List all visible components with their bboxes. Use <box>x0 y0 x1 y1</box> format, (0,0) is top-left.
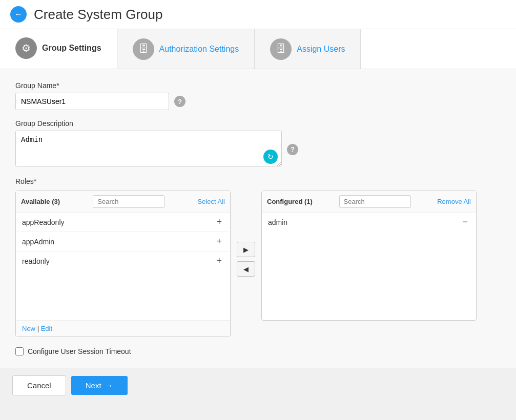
page-header: ← Create System Group <box>0 0 516 29</box>
list-item: readonly + <box>16 251 230 270</box>
group-name-row: ? <box>15 93 501 110</box>
list-item: admin − <box>262 213 476 232</box>
tab-group-settings-label: Group Settings <box>42 44 101 53</box>
footer-separator: | <box>37 325 41 332</box>
group-description-group: Group Description Admin ↻ ? <box>15 119 501 168</box>
role-name-appadmin: appAdmin <box>22 238 54 246</box>
textarea-wrap: Admin ↻ <box>15 131 282 168</box>
back-icon: ← <box>14 10 23 19</box>
select-all-button[interactable]: Select All <box>198 198 225 205</box>
configure-timeout-section: Configure User Session Timeout <box>15 347 501 355</box>
tab-assign-users[interactable]: 🗄 Assign Users <box>255 29 361 69</box>
next-arrow-icon: → <box>106 381 113 390</box>
roles-section: Roles* Available (3) Select All appReado… <box>15 177 501 337</box>
tab-assign-users-label: Assign Users <box>297 45 345 54</box>
available-roles-list: appReadonly + appAdmin + readonly + <box>16 213 230 320</box>
tab-group-settings[interactable]: ⚙ Group Settings <box>0 29 117 69</box>
configured-panel-title: Configured (1) <box>267 198 313 205</box>
tab-authorization-settings[interactable]: 🗄 Authorization Settings <box>117 29 255 69</box>
main-content: Group Name* ? Group Description Admin ↻ … <box>0 69 516 368</box>
transfer-left-button[interactable]: ◀ <box>237 261 255 277</box>
back-button[interactable]: ← <box>10 6 27 23</box>
add-readonly-button[interactable]: + <box>214 256 224 266</box>
role-name-admin: admin <box>268 218 287 226</box>
footer: Cancel Next → <box>0 368 516 403</box>
edit-role-button[interactable]: Edit <box>41 325 52 332</box>
available-search-input[interactable] <box>93 195 164 208</box>
remove-admin-button[interactable]: − <box>460 217 470 227</box>
available-panel: Available (3) Select All appReadonly + a… <box>15 191 231 337</box>
configured-panel-header: Configured (1) Remove All <box>262 191 476 213</box>
available-panel-header: Available (3) Select All <box>16 191 230 213</box>
page-title: Create System Group <box>34 7 162 23</box>
authorization-settings-icon: 🗄 <box>133 38 154 60</box>
roles-label: Roles* <box>15 177 501 185</box>
tabs-container: ⚙ Group Settings 🗄 Authorization Setting… <box>0 29 516 69</box>
group-description-label: Group Description <box>15 119 501 128</box>
configured-search-input[interactable] <box>339 195 411 208</box>
assign-users-icon: 🗄 <box>270 38 292 60</box>
new-role-button[interactable]: New <box>22 325 35 332</box>
next-label: Next <box>86 381 101 390</box>
remove-all-button[interactable]: Remove All <box>437 198 471 205</box>
available-panel-footer: New | Edit <box>16 320 230 337</box>
role-name-readonly: readonly <box>22 257 50 265</box>
cancel-button[interactable]: Cancel <box>12 375 66 395</box>
refresh-button[interactable]: ↻ <box>263 150 278 164</box>
next-button[interactable]: Next → <box>71 376 128 395</box>
group-description-help-icon[interactable]: ? <box>287 144 298 155</box>
configure-timeout-label: Configure User Session Timeout <box>28 347 131 355</box>
transfer-buttons: ▶ ◀ <box>231 242 261 277</box>
roles-container: Available (3) Select All appReadonly + a… <box>15 191 501 337</box>
list-item: appAdmin + <box>16 232 230 251</box>
available-panel-title: Available (3) <box>21 198 60 205</box>
tab-authorization-settings-label: Authorization Settings <box>159 45 239 54</box>
add-appadmin-button[interactable]: + <box>214 236 224 247</box>
group-name-input[interactable] <box>15 93 169 110</box>
add-appreadonly-button[interactable]: + <box>214 217 224 227</box>
group-name-help-icon[interactable]: ? <box>174 96 185 107</box>
configured-panel: Configured (1) Remove All admin − <box>261 191 477 321</box>
right-arrow-icon: ▶ <box>243 246 249 254</box>
transfer-right-button[interactable]: ▶ <box>237 242 255 257</box>
group-name-group: Group Name* ? <box>15 81 501 110</box>
configure-timeout-checkbox[interactable] <box>15 347 24 355</box>
group-name-label: Group Name* <box>15 81 501 90</box>
list-item: appReadonly + <box>16 213 230 232</box>
group-settings-icon: ⚙ <box>15 37 37 59</box>
left-arrow-icon: ◀ <box>243 265 249 273</box>
group-description-input[interactable]: Admin <box>15 131 282 166</box>
configured-roles-list: admin − <box>262 213 476 320</box>
group-description-row: Admin ↻ ? <box>15 131 501 168</box>
role-name-appreadonly: appReadonly <box>22 218 65 226</box>
